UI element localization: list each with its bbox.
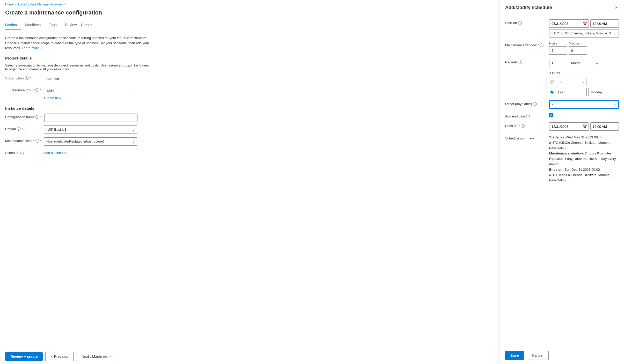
region-info-icon[interactable]: i	[17, 127, 20, 131]
schedule-label: Schedule i	[5, 149, 41, 155]
radio-day-week-select[interactable]: Monday Tuesday Wednesday Thursday Friday…	[588, 88, 619, 96]
breadcrumb-home[interactable]: Home	[5, 3, 13, 6]
breadcrumb: Home > Azure Update Manager (Preview) >	[0, 0, 500, 8]
panel-save-button[interactable]: Save	[505, 351, 524, 360]
page-description: Create a maintenance configuration to sc…	[5, 35, 150, 51]
summary-ends-bold: Ends on:	[549, 168, 564, 172]
hours-input[interactable]	[549, 46, 567, 55]
more-options-icon[interactable]: ···	[105, 10, 108, 16]
repeats-unit-select[interactable]: Month	[569, 59, 600, 67]
repeats-unit-wrapper: Month	[569, 59, 600, 67]
radio-date-select[interactable]: 1st 2nd 3rd Last	[556, 78, 587, 86]
previous-button[interactable]: < Previous	[45, 352, 74, 361]
offset-input[interactable]	[549, 100, 619, 109]
subscription-select[interactable]: Contoso	[44, 75, 137, 83]
ends-time-input[interactable]	[590, 122, 619, 131]
mw-info-icon[interactable]: i	[540, 43, 543, 47]
repeats-label: Repeats i	[505, 59, 547, 64]
review-create-button[interactable]: Review + create	[5, 352, 43, 361]
start-on-info-icon[interactable]: i	[518, 21, 522, 25]
repeats-control: Month	[549, 59, 619, 67]
panel-title: Add/Modify schedule	[505, 5, 552, 10]
maintenance-window-control: Hours Minutes	[549, 42, 619, 55]
tab-basics[interactable]: Basics	[5, 20, 21, 30]
add-end-date-checkbox[interactable]	[549, 113, 553, 117]
panel-footer: Save Cancel	[500, 347, 624, 364]
ends-on-required: *	[519, 124, 520, 128]
start-time-input[interactable]	[590, 19, 619, 28]
on-the-text: On the	[550, 71, 560, 75]
start-on-row: Start on i 📅 (UTC+05:30) Chennai, Kolkat…	[505, 19, 619, 38]
on-the-block: On the 1st 2nd 3rd Last	[547, 71, 619, 96]
schedule-summary-label: Schedule summary	[505, 135, 547, 140]
radio-date-select-wrapper: 1st 2nd 3rd Last	[556, 78, 587, 86]
radio-day[interactable]	[550, 91, 554, 94]
add-end-date-info-icon[interactable]: i	[526, 115, 530, 118]
summary-starts-bold: Starts on:	[549, 135, 565, 139]
tab-machines[interactable]: Machines	[25, 20, 45, 30]
resource-group-select[interactable]: 1234	[44, 87, 137, 95]
ends-on-row: Ends on * i 📅	[505, 122, 619, 131]
offset-control: ✓	[549, 100, 619, 109]
repeats-value-input[interactable]	[549, 59, 567, 67]
add-schedule-link[interactable]: Add a schedule	[44, 149, 137, 155]
external-link-icon: ↗	[40, 47, 42, 50]
offset-info-icon[interactable]: i	[533, 102, 537, 106]
ends-date-input[interactable]	[549, 122, 589, 131]
project-details-title: Project details	[5, 56, 495, 60]
tab-review-create[interactable]: Review + Create	[65, 20, 96, 30]
minutes-label: Minutes	[569, 42, 580, 45]
breadcrumb-sep1: >	[14, 3, 16, 6]
instance-details-title: Instance details	[5, 106, 495, 110]
panel-close-button[interactable]: ×	[614, 4, 619, 11]
tab-tags[interactable]: Tags	[49, 20, 61, 30]
learn-more-link[interactable]: Learn more	[22, 46, 39, 50]
maintenance-scope-info-icon[interactable]: i	[35, 139, 39, 143]
mw-required: *	[538, 43, 539, 47]
subscription-required: *	[30, 76, 31, 80]
tabs-nav: Basics Machines Tags Review + Create	[0, 20, 500, 30]
region-label: Region i *	[5, 125, 41, 131]
region-required: *	[21, 127, 23, 131]
ends-on-info-icon[interactable]: i	[521, 124, 525, 128]
create-new-link[interactable]: Create new	[44, 96, 137, 100]
radio-day-first-wrapper: First Second Third Fourth Last	[556, 88, 587, 96]
panel-cancel-button[interactable]: Cancel	[527, 351, 549, 360]
start-date-time-row: 📅	[549, 19, 619, 28]
resource-group-select-wrapper: 1234	[44, 87, 137, 95]
page-header: Create a maintenance configuration ···	[0, 8, 500, 20]
config-name-required: *	[40, 115, 41, 119]
config-name-input[interactable]	[44, 114, 137, 122]
next-button[interactable]: Next : Machines >	[76, 352, 116, 361]
offset-label: Offset (days after) i	[505, 100, 547, 106]
project-details-desc: Select a subscription to manage deployed…	[5, 63, 150, 71]
region-select[interactable]: (US) East US	[44, 125, 137, 134]
page-title: Create a maintenance configuration	[5, 9, 102, 16]
radio-day-first-select[interactable]: First Second Third Fourth Last	[556, 88, 587, 96]
config-name-info-icon[interactable]: i	[35, 115, 39, 119]
config-name-control	[44, 114, 137, 122]
subscription-row: Subscription i * Contoso	[5, 75, 495, 83]
subscription-control: Contoso	[44, 75, 137, 83]
minutes-input[interactable]	[569, 46, 587, 55]
add-end-date-label: Add end date i	[505, 113, 547, 118]
offset-input-wrapper: ✓	[549, 100, 619, 109]
subscription-label: Subscription i *	[5, 75, 41, 80]
start-date-input[interactable]	[549, 19, 589, 28]
radio-date[interactable]	[550, 80, 554, 84]
resource-group-row: Resource group i * 1234 Create new	[5, 87, 495, 100]
repeats-info-icon[interactable]: i	[519, 61, 522, 64]
config-name-row: Configuration name i *	[5, 114, 495, 122]
breadcrumb-azure-update[interactable]: Azure Update Manager (Preview)	[17, 3, 63, 6]
schedule-info-icon[interactable]: i	[20, 151, 24, 154]
start-date-wrapper: 📅	[549, 19, 589, 28]
subscription-info-icon[interactable]: i	[25, 76, 28, 80]
panel-header: Add/Modify schedule ×	[500, 0, 624, 14]
maintenance-scope-select[interactable]: Host (dedicated/isolated infrastructure)	[44, 137, 137, 146]
region-row: Region i * (US) East US	[5, 125, 495, 134]
timezone-select[interactable]: (UTC+05:30) Chennai, Kolkata, Mumbai, N.…	[549, 29, 619, 38]
resource-group-info-icon[interactable]: i	[35, 88, 39, 92]
ends-on-label: Ends on * i	[505, 122, 547, 128]
maintenance-scope-control: Host (dedicated/isolated infrastructure)	[44, 137, 137, 146]
bottom-bar: Review + create < Previous Next : Machin…	[0, 349, 500, 364]
